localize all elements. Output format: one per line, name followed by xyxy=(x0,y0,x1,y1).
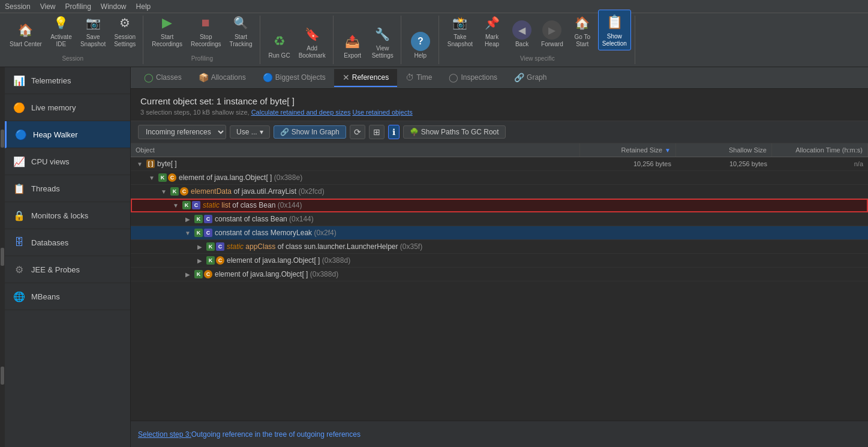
expand-icon[interactable]: ▶ xyxy=(184,215,192,223)
retained-size-cell xyxy=(580,204,676,206)
sidebar-item-heap-walker[interactable]: 🔵 Heap Walker xyxy=(5,121,130,148)
back-button[interactable]: ◀ Back xyxy=(507,18,536,50)
take-snapshot-button[interactable]: 📸 TakeSnapshot xyxy=(444,11,476,50)
retained-size-column-header[interactable]: Retained Size ▼ xyxy=(580,143,676,157)
start-center-button[interactable]: 🏠 Start Center xyxy=(6,18,46,50)
expand-icon[interactable]: ▶ xyxy=(184,270,192,278)
retained-size-cell xyxy=(580,232,676,234)
menu-view[interactable]: View xyxy=(40,2,56,11)
forward-button[interactable]: ▶ Forward xyxy=(537,18,567,50)
expand-icon[interactable]: ▼ xyxy=(160,187,168,196)
tab-allocations[interactable]: 📦 Allocations xyxy=(190,69,254,87)
sidebar-item-databases[interactable]: 🗄 Databases xyxy=(5,229,130,256)
export-label: Export xyxy=(344,52,361,59)
export-icon-button[interactable]: ⊞ xyxy=(369,125,385,139)
expand-icon[interactable]: ▼ xyxy=(184,229,192,237)
profiling-group-label: Profiling xyxy=(191,55,213,62)
menu-profiling[interactable]: Profiling xyxy=(65,2,91,11)
mark-heap-button[interactable]: 📌 MarkHeap xyxy=(477,11,506,50)
show-in-graph-button[interactable]: 🔗 Show In Graph xyxy=(274,125,346,139)
mark-heap-label: MarkHeap xyxy=(485,34,499,48)
sidebar-item-mbeans[interactable]: 🌐 MBeans xyxy=(5,283,130,310)
expand-icon[interactable]: ▼ xyxy=(148,173,156,182)
table-row[interactable]: ▼ K C constant of class MemoryLeak (0x2f… xyxy=(131,226,868,240)
retained-link[interactable]: Use retained objects xyxy=(352,109,412,116)
table-row[interactable]: ▶ K C constant of class Bean (0x144) xyxy=(131,212,868,226)
expand-icon[interactable]: ▼ xyxy=(172,201,180,209)
refresh-icon-button[interactable]: ⟳ xyxy=(350,125,365,139)
help-button[interactable]: ? Help xyxy=(406,29,435,62)
table-row[interactable]: ▼ [ ] byte[ ] 10,256 bytes 10,256 bytes … xyxy=(131,157,868,171)
menu-window[interactable]: Window xyxy=(101,2,127,11)
show-paths-button[interactable]: 🌳 Show Paths To GC Root xyxy=(403,125,506,139)
table-row[interactable]: ▶ K C element of java.lang.Object[ ] (0x… xyxy=(131,268,868,281)
orange-node-icon: C xyxy=(204,270,212,278)
session-settings-button[interactable]: ⚙ SessionSettings xyxy=(110,11,139,50)
alloc-time-cell xyxy=(772,245,868,248)
shallow-size-column-header[interactable]: Shallow Size xyxy=(676,143,772,157)
table-row[interactable]: ▶ K C element of java.lang.Object[ ] (0x… xyxy=(131,254,868,268)
classes-tab-label: Classes xyxy=(156,73,182,82)
sidebar-item-cpu-views[interactable]: 📈 CPU views xyxy=(5,148,130,175)
add-bookmark-label: AddBookmark xyxy=(299,45,326,59)
alloc-time-column-header[interactable]: Allocation Time (h:m:s) xyxy=(772,143,868,157)
threads-icon: 📋 xyxy=(12,181,26,196)
table-row[interactable]: ▼ K C elementData of java.util.ArrayList… xyxy=(131,185,868,199)
show-paths-label: Show Paths To GC Root xyxy=(421,128,499,136)
sidebar-monitors-locks-label: Monitors & locks xyxy=(31,211,88,220)
references-dropdown[interactable]: Incoming references Outgoing references xyxy=(138,125,226,139)
tab-graph[interactable]: 🔗 Graph xyxy=(506,69,555,87)
c-node-icon: C xyxy=(204,215,212,223)
start-recordings-button[interactable]: ▶ StartRecordings xyxy=(148,11,186,50)
save-snapshot-button[interactable]: 📷 SaveSnapshot xyxy=(77,11,109,50)
calculate-link[interactable]: Calculate retained and deep sizes xyxy=(251,109,351,116)
info-icon-button[interactable]: ℹ xyxy=(388,125,400,139)
sidebar-item-monitors-locks[interactable]: 🔒 Monitors & locks xyxy=(5,202,130,229)
alloc-time-cell xyxy=(772,273,868,275)
start-tracking-button[interactable]: 🔍 StartTracking xyxy=(226,11,256,50)
sidebar-telemetries-label: Telemetries xyxy=(31,76,71,85)
table-header: Object Retained Size ▼ Shallow Size Allo… xyxy=(131,143,868,157)
alloc-time-cell xyxy=(772,232,868,234)
tab-references[interactable]: ✕ References xyxy=(334,69,397,87)
go-to-start-button[interactable]: 🏠 Go ToStart xyxy=(568,11,597,50)
run-gc-button[interactable]: ♻ Run GC xyxy=(265,29,294,62)
sidebar-item-threads[interactable]: 📋 Threads xyxy=(5,175,130,202)
expand-icon[interactable]: ▼ xyxy=(136,160,144,168)
shallow-size-cell xyxy=(676,176,772,179)
object-cell: ▼ K C elementData of java.util.ArrayList… xyxy=(131,186,580,197)
selection-step-link[interactable]: Selection step 3: xyxy=(138,430,191,439)
table-row[interactable]: ▼ K C element of java.lang.Object[ ] (0x… xyxy=(131,171,868,185)
retained-size-cell xyxy=(580,245,676,248)
object-cell: ▼ K C static list of class Bean (0x144) xyxy=(131,200,580,211)
tree-table[interactable]: Object Retained Size ▼ Shallow Size Allo… xyxy=(131,143,868,421)
expand-icon[interactable]: ▶ xyxy=(196,242,204,251)
tab-time[interactable]: ⏱ Time xyxy=(397,69,440,87)
table-row[interactable]: ▶ K C static appClass of class sun.launc… xyxy=(131,240,868,254)
c-node-icon: C xyxy=(204,229,212,237)
tabs-bar: ◯ Classes 📦 Allocations 🔵 Biggest Object… xyxy=(131,67,868,89)
expand-icon[interactable]: ▶ xyxy=(196,256,204,265)
menu-session[interactable]: Session xyxy=(5,2,31,11)
run-gc-icon: ♻ xyxy=(270,32,289,51)
object-cell: ▼ K C constant of class MemoryLeak (0x2f… xyxy=(131,227,580,238)
show-selection-button[interactable]: 📋 ShowSelection xyxy=(598,10,631,50)
go-to-start-icon: 🏠 xyxy=(573,13,592,32)
export-button[interactable]: 📤 Export xyxy=(338,29,367,62)
tab-classes[interactable]: ◯ Classes xyxy=(136,69,190,87)
node-text: static appClass of class sun.launcher.La… xyxy=(227,242,422,251)
stop-recordings-button[interactable]: ⏹ StopRecordings xyxy=(187,11,225,50)
table-row[interactable]: ▼ K C static list of class Bean (0x144) xyxy=(131,199,868,212)
toolbar-group-profiling: ▶ StartRecordings ⏹ StopRecordings 🔍 Sta… xyxy=(145,16,260,64)
sidebar-item-jee-probes[interactable]: ⚙ JEE & Probes xyxy=(5,256,130,283)
tab-biggest-objects[interactable]: 🔵 Biggest Objects xyxy=(254,69,334,87)
sidebar-item-telemetries[interactable]: 📊 Telemetries xyxy=(5,67,130,94)
view-settings-button[interactable]: 🔧 ViewSettings xyxy=(368,22,397,62)
activate-ide-button[interactable]: 💡 ActivateIDE xyxy=(47,11,76,50)
add-bookmark-button[interactable]: 🔖 AddBookmark xyxy=(295,22,329,62)
menu-help[interactable]: Help xyxy=(136,2,151,11)
activate-ide-label: ActivateIDE xyxy=(50,34,72,48)
use-button[interactable]: Use ... ▾ xyxy=(230,125,270,139)
tab-inspections[interactable]: ◯ Inspections xyxy=(440,69,506,87)
sidebar-item-live-memory[interactable]: 🟠 Live memory xyxy=(5,94,130,121)
